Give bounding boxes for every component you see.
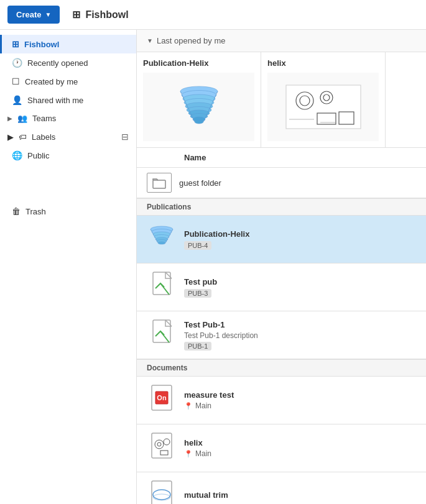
folder-svg bbox=[152, 176, 167, 189]
public-icon: 🌐 bbox=[12, 150, 22, 160]
app-header: Create ▼ ⊞ Fishbowl bbox=[0, 0, 426, 30]
sidebar-item-recently-opened[interactable]: 🕐 Recently opened bbox=[0, 53, 136, 72]
publication-2-name: Test Pub-1 bbox=[184, 320, 416, 329]
folder-name: guest folder bbox=[179, 178, 221, 188]
helix-drawing-svg bbox=[283, 82, 364, 132]
person-icon: 👤 bbox=[12, 95, 22, 105]
document-1-location: 📍 Main bbox=[184, 449, 416, 458]
svg-point-9 bbox=[195, 120, 203, 124]
create-button[interactable]: Create ▼ bbox=[7, 6, 60, 24]
sidebar: ⊞ Fishbowl 🕐 Recently opened ☐ Created b… bbox=[0, 30, 137, 504]
document-2-thumb bbox=[147, 479, 177, 504]
svg-point-28 bbox=[158, 242, 165, 244]
last-opened-title: Last opened by me bbox=[157, 36, 226, 45]
svg-rect-21 bbox=[153, 180, 165, 188]
svg-rect-40 bbox=[160, 451, 168, 455]
publication-row-0[interactable]: Publication-Helix PUB-4 bbox=[137, 216, 426, 263]
publication-0-name: Publication-Helix bbox=[184, 229, 416, 239]
folder-row-guest[interactable]: guest folder bbox=[137, 168, 426, 198]
svg-rect-32 bbox=[153, 320, 170, 342]
document-0-name: measure test bbox=[184, 390, 416, 400]
svg-point-39 bbox=[164, 439, 170, 445]
svg-rect-12 bbox=[286, 85, 361, 129]
labels-label: Labels bbox=[32, 132, 55, 142]
workspace-icon: ⊞ bbox=[72, 9, 80, 21]
doc-measuretest-thumb-svg: On bbox=[147, 383, 177, 418]
document-1-location-text: Main bbox=[195, 449, 211, 458]
document-0-location: 📍 Main bbox=[184, 401, 416, 410]
sidebar-item-trash[interactable]: 🗑 Trash bbox=[0, 202, 136, 221]
labels-action-icon[interactable]: ⊟ bbox=[121, 132, 129, 142]
public-label: Public bbox=[27, 151, 49, 160]
svg-point-37 bbox=[155, 440, 164, 449]
workspace-title: ⊞ Fishbowl bbox=[72, 9, 128, 21]
folder-icon bbox=[147, 173, 172, 193]
document-2-name: mutual trim bbox=[184, 490, 416, 500]
publication-1-badge: PUB-3 bbox=[184, 289, 211, 298]
document-row-0[interactable]: On measure test 📍 Main bbox=[137, 377, 426, 424]
pub-helix-thumb-svg bbox=[147, 222, 177, 257]
main-content: ▼ Last opened by me Publication-Helix bbox=[137, 30, 426, 504]
publication-2-badge: PUB-1 bbox=[184, 342, 211, 351]
publication-row-1[interactable]: Test pub PUB-3 bbox=[137, 263, 426, 311]
trash-icon: 🗑 bbox=[12, 206, 21, 216]
table-column-name: Name bbox=[184, 153, 206, 162]
sidebar-item-teams[interactable]: ▶ 👥 Teams bbox=[0, 109, 136, 127]
create-label: Create bbox=[16, 10, 41, 19]
sidebar-item-public[interactable]: 🌐 Public bbox=[0, 146, 136, 165]
publication-2-thumb bbox=[147, 318, 177, 352]
pub-testpub1-thumb-svg bbox=[147, 318, 177, 352]
sidebar-item-shared-with-me[interactable]: 👤 Shared with me bbox=[0, 91, 136, 109]
teams-icon: 👥 bbox=[17, 114, 27, 123]
sidebar-item-fishbowl[interactable]: ⊞ Fishbowl bbox=[0, 35, 136, 53]
publication-1-thumb bbox=[147, 270, 177, 305]
publication-0-thumb bbox=[147, 222, 177, 257]
document-row-2[interactable]: mutual trim bbox=[137, 472, 426, 504]
svg-point-38 bbox=[157, 442, 161, 446]
sidebar-fishbowl-label: Fishbowl bbox=[24, 40, 59, 49]
document-row-1[interactable]: helix 📍 Main bbox=[137, 424, 426, 472]
trash-label: Trash bbox=[25, 207, 46, 216]
document-1-info: helix 📍 Main bbox=[184, 438, 416, 458]
doc-icon: ☐ bbox=[12, 76, 20, 86]
publication-row-2[interactable]: Test Pub-1 Test Pub-1 description PUB-1 bbox=[137, 311, 426, 359]
fishbowl-icon: ⊞ bbox=[12, 39, 19, 49]
labels-icon: 🏷 bbox=[19, 132, 27, 142]
helix-shape-svg bbox=[174, 79, 224, 135]
publication-0-info: Publication-Helix PUB-4 bbox=[184, 229, 416, 250]
clock-icon: 🕐 bbox=[12, 58, 22, 68]
teams-label: Teams bbox=[32, 114, 56, 123]
publication-2-desc: Test Pub-1 description bbox=[184, 331, 416, 340]
document-0-location-text: Main bbox=[195, 401, 211, 410]
last-opened-section-header[interactable]: ▼ Last opened by me bbox=[137, 30, 426, 52]
sidebar-created-label: Created by me bbox=[25, 77, 78, 86]
document-1-name: helix bbox=[184, 438, 416, 447]
publication-0-badge: PUB-4 bbox=[184, 241, 211, 250]
publications-group-label: Publications bbox=[137, 198, 426, 216]
document-1-thumb bbox=[147, 431, 177, 465]
svg-text:On: On bbox=[157, 394, 167, 401]
svg-rect-31 bbox=[153, 272, 170, 295]
workspace-name: Fishbowl bbox=[85, 9, 128, 21]
card-helix-image bbox=[267, 73, 379, 141]
sidebar-item-labels[interactable]: ▶ 🏷 Labels ⊟ bbox=[0, 127, 136, 146]
section-chevron-icon: ▼ bbox=[147, 37, 153, 44]
main-layout: ⊞ Fishbowl 🕐 Recently opened ☐ Created b… bbox=[0, 30, 426, 504]
sidebar-recently-label: Recently opened bbox=[27, 58, 88, 68]
table-header: Name bbox=[137, 148, 426, 168]
doc-helix-thumb-svg bbox=[147, 431, 177, 465]
card-helix[interactable]: helix bbox=[261, 52, 386, 147]
create-arrow-icon: ▼ bbox=[45, 11, 51, 18]
card-publication-helix-image bbox=[143, 73, 254, 141]
card-publication-helix[interactable]: Publication-Helix bbox=[137, 52, 261, 147]
documents-group-label: Documents bbox=[137, 359, 426, 377]
publication-1-name: Test pub bbox=[184, 277, 416, 286]
card-helix-title: helix bbox=[267, 58, 379, 68]
document-0-thumb: On bbox=[147, 383, 177, 418]
sidebar-item-created-by-me[interactable]: ☐ Created by me bbox=[0, 72, 136, 91]
cards-row: Publication-Helix bbox=[137, 52, 426, 148]
publication-2-info: Test Pub-1 Test Pub-1 description PUB-1 bbox=[184, 320, 416, 351]
teams-chevron-icon: ▶ bbox=[7, 115, 12, 122]
pub-testpub-thumb-svg bbox=[147, 270, 177, 305]
location-pin-icon-1: 📍 bbox=[184, 450, 193, 458]
